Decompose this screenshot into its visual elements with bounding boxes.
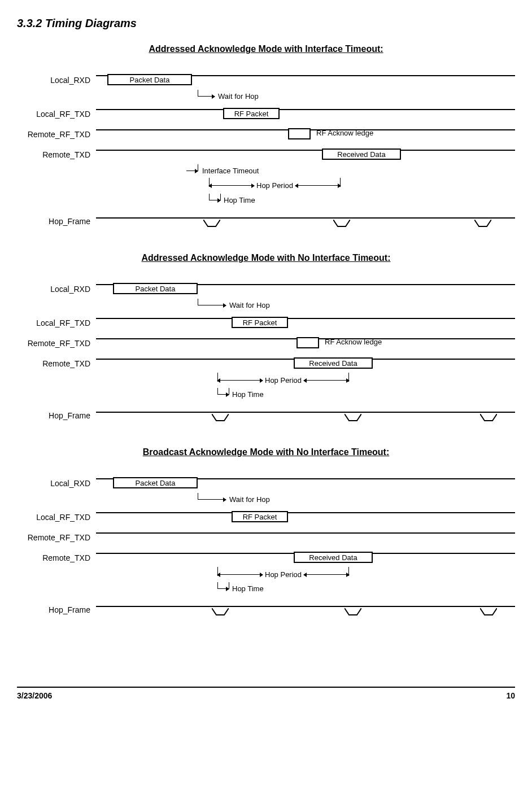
label-local-rxd-3: Local_RXD bbox=[17, 479, 96, 488]
annot-hop-time-1: Hop Time bbox=[224, 196, 255, 204]
bubble-rf-packet-2: RF Packet bbox=[232, 317, 288, 328]
label-remote-txd-3: Remote_TXD bbox=[17, 553, 96, 562]
bubble-rf-ack-label: RF Acknow ledge bbox=[316, 129, 373, 137]
label-hop-frame: Hop_Frame bbox=[17, 217, 96, 226]
label-local-rxd: Local_RXD bbox=[17, 76, 96, 85]
label-local-rf-txd: Local_RF_TXD bbox=[17, 110, 96, 119]
annot-wait-for-hop-2: Wait for Hop bbox=[229, 301, 270, 309]
bubble-packet-data-3: Packet Data bbox=[113, 477, 198, 488]
label-remote-txd-2: Remote_TXD bbox=[17, 359, 96, 368]
bubble-packet-data-2: Packet Data bbox=[113, 283, 198, 294]
bubble-rf-ack bbox=[288, 128, 311, 139]
annot-hop-period-1: Hop Period bbox=[256, 181, 293, 190]
annot-hop-time-2: Hop Time bbox=[232, 390, 264, 399]
hop-notch bbox=[212, 608, 229, 616]
annot-wait-for-hop-3: Wait for Hop bbox=[229, 495, 270, 504]
bubble-packet-data: Packet Data bbox=[107, 74, 192, 85]
annot-interface-timeout: Interface Timeout bbox=[202, 167, 259, 175]
label-remote-rf-txd-2: Remote_RF_TXD bbox=[17, 339, 96, 348]
diagram3: Local_RXD Packet Data Wait for Hop Local… bbox=[17, 474, 515, 619]
annot-wait-for-hop-1: Wait for Hop bbox=[218, 92, 259, 101]
hop-notch bbox=[345, 608, 361, 616]
footer-page: 10 bbox=[506, 691, 515, 700]
label-hop-frame-2: Hop_Frame bbox=[17, 411, 96, 420]
hop-notch bbox=[203, 220, 220, 228]
hop-notch bbox=[345, 414, 361, 422]
label-remote-rf-txd-3: Remote_RF_TXD bbox=[17, 533, 96, 542]
annot-hop-period-3: Hop Period bbox=[265, 570, 302, 579]
diagram2-title: Addressed Acknowledge Mode with No Inter… bbox=[17, 253, 515, 263]
label-remote-rf-txd: Remote_RF_TXD bbox=[17, 130, 96, 139]
hop-notch bbox=[474, 220, 491, 228]
footer-date: 3/23/2006 bbox=[17, 691, 52, 700]
hop-notch bbox=[480, 608, 497, 616]
bubble-received-data-2: Received Data bbox=[294, 357, 373, 369]
hop-notch bbox=[333, 220, 350, 228]
diagram3-title: Broadcast Acknowledge Mode with No Inter… bbox=[17, 447, 515, 457]
label-local-rf-txd-3: Local_RF_TXD bbox=[17, 513, 96, 522]
bubble-received-data-3: Received Data bbox=[294, 552, 373, 563]
annot-hop-time-3: Hop Time bbox=[232, 584, 264, 593]
label-remote-txd: Remote_TXD bbox=[17, 150, 96, 159]
hop-notch bbox=[480, 414, 497, 422]
diagram2: Local_RXD Packet Data Wait for Hop Local… bbox=[17, 280, 515, 425]
label-hop-frame-3: Hop_Frame bbox=[17, 605, 96, 614]
bubble-rf-packet: RF Packet bbox=[223, 108, 280, 119]
label-local-rf-txd-2: Local_RF_TXD bbox=[17, 318, 96, 328]
page-footer: 3/23/2006 10 bbox=[17, 687, 515, 700]
annot-hop-period-2: Hop Period bbox=[265, 376, 302, 385]
bubble-rf-ack-2 bbox=[296, 337, 319, 348]
bubble-received-data: Received Data bbox=[322, 149, 401, 160]
label-local-rxd-2: Local_RXD bbox=[17, 285, 96, 294]
diagram1: Local_RXD Packet Data Wait for Hop Local… bbox=[17, 71, 515, 230]
bubble-rf-ack-label-2: RF Acknow ledge bbox=[325, 338, 382, 346]
hop-notch bbox=[212, 414, 229, 422]
section-heading: 3.3.2 Timing Diagrams bbox=[17, 17, 515, 30]
diagram1-title: Addressed Acknowledge Mode with Interfac… bbox=[17, 44, 515, 54]
bubble-rf-packet-3: RF Packet bbox=[232, 511, 288, 522]
